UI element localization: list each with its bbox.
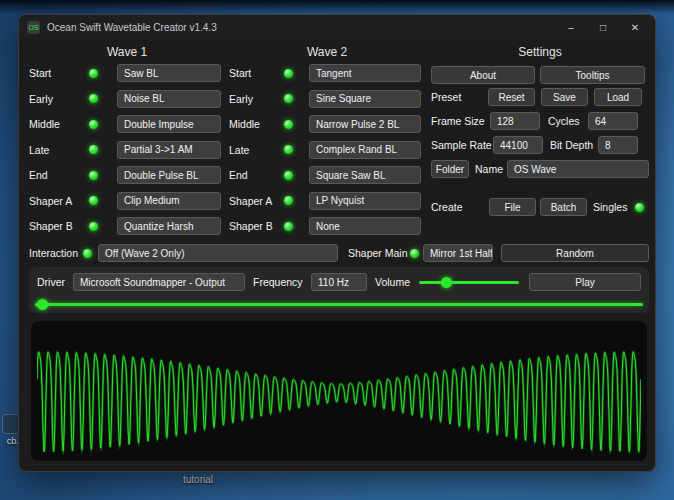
led-toggle[interactable]: [89, 171, 98, 180]
reset-button[interactable]: Reset: [488, 88, 535, 106]
singles-led-toggle[interactable]: [635, 203, 644, 212]
settings-row-about: About Tooltips: [431, 66, 649, 84]
frame-size-label: Frame Size: [431, 115, 490, 127]
shaper-b-label: Shaper B: [229, 220, 284, 232]
tooltips-button[interactable]: Tooltips: [540, 66, 645, 84]
maximize-button[interactable]: □: [587, 16, 619, 38]
led-toggle[interactable]: [284, 94, 293, 103]
led-toggle[interactable]: [284, 171, 293, 180]
interaction-led-toggle[interactable]: [83, 249, 92, 258]
frame-size-field[interactable]: 128: [490, 112, 540, 130]
wave1-end-dropdown[interactable]: Double Pulse BL: [117, 166, 221, 184]
wave2-row-shaper-a: Shaper A LP Nyquist: [229, 192, 425, 210]
shaper-main-label: Shaper Main: [348, 247, 410, 259]
title-bar[interactable]: OS Ocean Swift Wavetable Creator v1.4.3 …: [19, 15, 655, 39]
middle-label: Middle: [229, 118, 284, 130]
load-button[interactable]: Load: [594, 88, 642, 106]
wave2-middle-dropdown[interactable]: Narrow Pulse 2 BL: [309, 115, 421, 133]
settings-row-preset: Preset Reset Save Load: [431, 88, 649, 106]
interaction-row: Interaction Off (Wave 2 Only) Shaper Mai…: [29, 244, 649, 262]
shaper-a-label: Shaper A: [229, 195, 284, 207]
led-toggle[interactable]: [89, 94, 98, 103]
wave1-row-late: Late Partial 3->1 AM: [29, 141, 225, 159]
window-title: Ocean Swift Wavetable Creator v1.4.3: [47, 22, 217, 33]
name-field[interactable]: OS Wave: [507, 160, 649, 178]
wave2-column: Start Tangent Early Sine Square Middle N…: [229, 64, 425, 243]
led-toggle[interactable]: [284, 69, 293, 78]
cycles-field[interactable]: 64: [588, 112, 638, 130]
wave1-late-dropdown[interactable]: Partial 3->1 AM: [117, 141, 221, 159]
wavetable-position-slider[interactable]: [35, 297, 643, 311]
wave2-row-late: Late Complex Rand BL: [229, 141, 425, 159]
led-toggle[interactable]: [89, 145, 98, 154]
audio-row: Driver Microsoft Soundmapper - Output Fr…: [37, 273, 641, 291]
sample-rate-field[interactable]: 44100: [493, 136, 543, 154]
desktop-icon-tutorial-label[interactable]: tutorial: [183, 474, 213, 485]
led-toggle[interactable]: [89, 196, 98, 205]
save-button[interactable]: Save: [541, 88, 588, 106]
name-label: Name: [475, 163, 507, 175]
create-file-button[interactable]: File: [489, 198, 536, 216]
volume-slider[interactable]: [419, 273, 519, 291]
shaper-main-led-toggle[interactable]: [410, 249, 419, 258]
play-button[interactable]: Play: [529, 273, 641, 291]
wave2-row-shaper-b: Shaper B None: [229, 217, 425, 235]
early-label: Early: [229, 93, 284, 105]
wave2-early-dropdown[interactable]: Sine Square: [309, 90, 421, 108]
wave2-row-early: Early Sine Square: [229, 90, 425, 108]
bit-depth-field[interactable]: 8: [598, 136, 638, 154]
wave1-header: Wave 1: [29, 45, 225, 59]
wave1-start-dropdown[interactable]: Saw BL: [117, 64, 221, 82]
wave1-middle-dropdown[interactable]: Double Impulse: [117, 115, 221, 133]
interaction-dropdown[interactable]: Off (Wave 2 Only): [98, 244, 338, 262]
start-label: Start: [29, 67, 89, 79]
driver-dropdown[interactable]: Microsoft Soundmapper - Output: [73, 273, 245, 291]
preset-label: Preset: [431, 91, 488, 103]
wave2-row-middle: Middle Narrow Pulse 2 BL: [229, 115, 425, 133]
shaper-main-dropdown[interactable]: Mirror 1st Half: [423, 244, 493, 262]
wave2-start-dropdown[interactable]: Tangent: [309, 64, 421, 82]
close-button[interactable]: ✕: [619, 16, 651, 38]
cycles-label: Cycles: [548, 115, 588, 127]
settings-header: Settings: [431, 45, 649, 59]
wave1-shaper-b-dropdown[interactable]: Quantize Harsh: [117, 217, 221, 235]
led-toggle[interactable]: [89, 69, 98, 78]
wave2-shaper-a-dropdown[interactable]: LP Nyquist: [309, 192, 421, 210]
wave2-header: Wave 2: [229, 45, 425, 59]
volume-slider-track[interactable]: [419, 281, 519, 284]
shaper-b-label: Shaper B: [29, 220, 89, 232]
create-label: Create: [431, 201, 489, 213]
led-toggle[interactable]: [284, 145, 293, 154]
middle-label: Middle: [29, 118, 89, 130]
led-toggle[interactable]: [284, 222, 293, 231]
wallpaper-dark-edge: [0, 0, 674, 14]
wave2-end-dropdown[interactable]: Square Saw BL: [309, 166, 421, 184]
minimize-button[interactable]: –: [555, 16, 587, 38]
wave1-shaper-a-dropdown[interactable]: Clip Medium: [117, 192, 221, 210]
wave2-late-dropdown[interactable]: Complex Rand BL: [309, 141, 421, 159]
about-button[interactable]: About: [431, 66, 535, 84]
create-batch-button[interactable]: Batch: [540, 198, 587, 216]
wave1-column: Start Saw BL Early Noise BL Middle Doubl…: [29, 64, 225, 243]
volume-slider-handle[interactable]: [441, 277, 452, 288]
position-slider-track[interactable]: [35, 303, 643, 306]
settings-row-sample: Sample Rate 44100 Bit Depth 8: [431, 136, 649, 154]
wave1-row-middle: Middle Double Impulse: [29, 115, 225, 133]
led-toggle[interactable]: [284, 120, 293, 129]
frequency-dropdown[interactable]: 110 Hz: [311, 273, 367, 291]
random-button[interactable]: Random: [501, 244, 649, 262]
wave1-row-end: End Double Pulse BL: [29, 166, 225, 184]
wave2-row-end: End Square Saw BL: [229, 166, 425, 184]
led-toggle[interactable]: [284, 196, 293, 205]
interaction-label: Interaction: [29, 247, 83, 259]
wave1-row-start: Start Saw BL: [29, 64, 225, 82]
folder-button[interactable]: Folder: [431, 160, 469, 178]
led-toggle[interactable]: [89, 222, 98, 231]
position-slider-handle[interactable]: [37, 299, 48, 310]
window-controls: – □ ✕: [555, 16, 651, 38]
wave1-early-dropdown[interactable]: Noise BL: [117, 90, 221, 108]
wave2-shaper-b-dropdown[interactable]: None: [309, 217, 421, 235]
led-toggle[interactable]: [89, 120, 98, 129]
bit-depth-label: Bit Depth: [550, 139, 598, 151]
end-label: End: [229, 169, 284, 181]
